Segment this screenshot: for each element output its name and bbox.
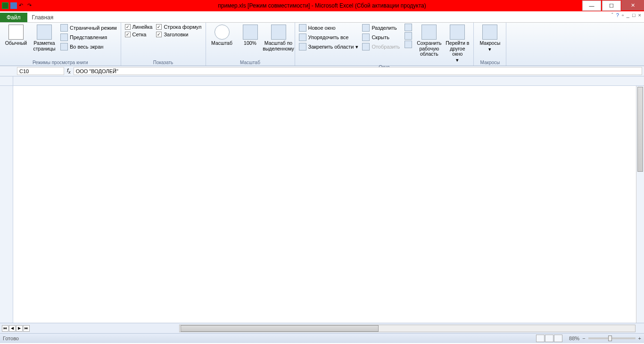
- doc-maximize-icon[interactable]: □: [632, 12, 636, 18]
- reset-window-icon[interactable]: [405, 41, 412, 48]
- formula-input[interactable]: [74, 67, 642, 75]
- first-sheet-button[interactable]: ⏮: [2, 325, 8, 332]
- zoom-in-button[interactable]: +: [638, 336, 641, 341]
- status-ready: Готово: [3, 336, 19, 341]
- minimize-button[interactable]: —: [582, 0, 601, 11]
- sheet-tabs-bar: ⏮ ◀ ▶ ⏭: [0, 323, 644, 333]
- spreadsheet-grid[interactable]: [0, 76, 644, 323]
- select-all-corner[interactable]: [0, 76, 13, 86]
- redo-icon[interactable]: ↷: [27, 2, 34, 9]
- close-button[interactable]: ✕: [621, 0, 644, 10]
- next-sheet-button[interactable]: ▶: [16, 325, 23, 332]
- formula-bar: fx: [0, 66, 644, 76]
- zoom-button[interactable]: Масштаб: [209, 24, 235, 47]
- fx-icon[interactable]: fx: [67, 67, 71, 75]
- vertical-scrollbar[interactable]: [636, 86, 644, 323]
- page-break-button[interactable]: Страничный режим: [59, 24, 118, 32]
- zoom-out-button[interactable]: −: [582, 336, 585, 341]
- doc-close-icon[interactable]: ×: [638, 12, 641, 18]
- new-window-button[interactable]: Новое окно: [298, 24, 360, 32]
- formula-bar-checkbox[interactable]: ✓Строка формул: [155, 24, 202, 30]
- unhide-button[interactable]: Отобразить: [361, 42, 401, 51]
- name-box[interactable]: [17, 67, 64, 75]
- titlebar: ↶ ↷ пример.xls [Режим совместимости] - M…: [0, 0, 644, 11]
- save-icon[interactable]: [10, 2, 17, 9]
- normal-view-icon[interactable]: [536, 335, 545, 342]
- zoom-level[interactable]: 88%: [569, 336, 579, 341]
- horizontal-scrollbar[interactable]: [179, 325, 636, 332]
- page-layout-button[interactable]: Разметка страницы: [31, 24, 58, 52]
- doc-minimize-icon[interactable]: _: [627, 12, 629, 18]
- save-workspace-button[interactable]: Сохранить рабочую область: [416, 24, 442, 58]
- group-show-label: Показать: [124, 59, 203, 65]
- ribbon-tab-Главная[interactable]: Главная: [27, 13, 58, 22]
- ruler-checkbox[interactable]: ✓Линейка: [124, 24, 154, 30]
- freeze-panes-button[interactable]: Закрепить области ▾: [298, 42, 360, 51]
- group-zoom-label: Масштаб: [209, 59, 292, 65]
- view-side-icon[interactable]: [405, 24, 412, 31]
- sync-scroll-icon[interactable]: [405, 32, 412, 40]
- zoom-selection-button[interactable]: Масштаб по выделенному: [265, 24, 292, 52]
- zoom-slider[interactable]: [588, 337, 636, 339]
- macros-button[interactable]: Макросы ▾: [477, 24, 503, 53]
- arrange-button[interactable]: Упорядочить все: [298, 33, 360, 42]
- group-views-label: Режимы просмотра книги: [3, 59, 118, 65]
- help-icon[interactable]: ?: [616, 12, 619, 18]
- ribbon-tabs: Файл Главная ˆ ? ▫ _ □ ×: [0, 11, 644, 23]
- last-sheet-button[interactable]: ⏭: [23, 325, 30, 332]
- page-layout-view-icon[interactable]: [545, 335, 553, 342]
- full-screen-button[interactable]: Во весь экран: [59, 42, 118, 51]
- hide-button[interactable]: Скрыть: [361, 33, 401, 42]
- minimize-ribbon-icon[interactable]: ˆ: [611, 12, 613, 18]
- status-bar: Готово 88% − +: [0, 333, 644, 343]
- file-tab[interactable]: Файл: [0, 13, 27, 22]
- window-title: пример.xls [Режим совместимости] - Micro…: [218, 2, 426, 9]
- zoom-100-button[interactable]: 100%: [237, 24, 264, 47]
- page-break-view-icon[interactable]: [554, 335, 562, 342]
- undo-icon[interactable]: ↶: [19, 2, 25, 9]
- ribbon: Обычный Разметка страницы Страничный реж…: [0, 23, 644, 66]
- group-macros-label: Макросы: [477, 59, 503, 65]
- switch-windows-button[interactable]: Перейти в другое окно ▾: [444, 24, 471, 64]
- split-button[interactable]: Разделить: [361, 24, 401, 32]
- window-restore-icon[interactable]: ▫: [622, 12, 624, 18]
- maximize-button[interactable]: ☐: [602, 0, 621, 11]
- grid-checkbox[interactable]: ✓Сетка: [124, 31, 154, 38]
- prev-sheet-button[interactable]: ◀: [9, 325, 16, 332]
- custom-views-button[interactable]: Представления: [59, 33, 118, 42]
- normal-view-button[interactable]: Обычный: [3, 24, 29, 47]
- excel-icon: [2, 2, 8, 9]
- headings-checkbox[interactable]: ✓Заголовки: [155, 31, 202, 38]
